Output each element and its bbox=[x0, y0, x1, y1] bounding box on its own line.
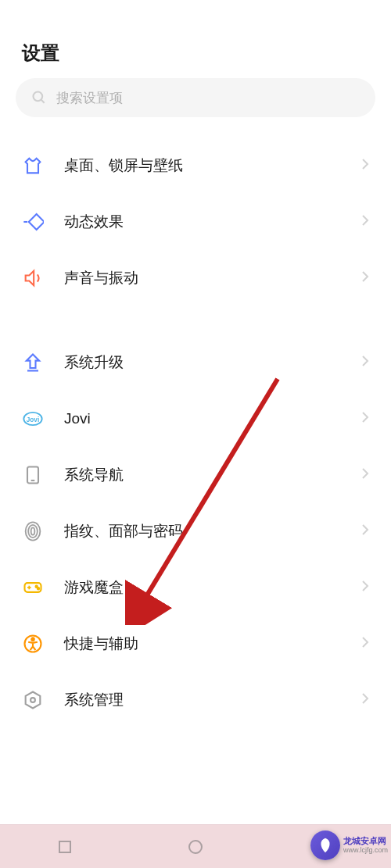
settings-item-system[interactable]: 系统管理 bbox=[0, 672, 391, 728]
settings-item-gamebox[interactable]: 游戏魔盒 bbox=[0, 559, 391, 616]
svg-rect-3 bbox=[29, 214, 44, 230]
search-placeholder: 搜索设置项 bbox=[56, 89, 123, 107]
item-label: 系统管理 bbox=[64, 690, 361, 710]
watermark: 龙城安卓网 www.lcjfg.com bbox=[310, 830, 388, 860]
gamebox-icon bbox=[22, 577, 44, 598]
settings-item-jovi[interactable]: Jovi Jovi bbox=[0, 391, 391, 447]
page-title: 设置 bbox=[0, 31, 391, 78]
settings-item-sound[interactable]: 声音与振动 bbox=[0, 250, 391, 306]
search-icon bbox=[31, 90, 47, 105]
search-input[interactable]: 搜索设置项 bbox=[16, 78, 375, 117]
chevron-right-icon bbox=[361, 523, 369, 539]
accessibility-icon bbox=[22, 633, 44, 655]
item-label: Jovi bbox=[64, 410, 361, 427]
item-label: 系统导航 bbox=[64, 465, 361, 485]
chevron-right-icon bbox=[361, 692, 369, 708]
watermark-badge-icon bbox=[310, 830, 340, 860]
sound-icon bbox=[22, 267, 44, 289]
jovi-icon: Jovi bbox=[22, 408, 44, 430]
svg-point-20 bbox=[30, 698, 35, 702]
chevron-right-icon bbox=[361, 214, 369, 230]
svg-point-18 bbox=[31, 638, 34, 641]
chevron-right-icon bbox=[361, 355, 369, 370]
settings-item-desktop[interactable]: 桌面、锁屏与壁纸 bbox=[0, 138, 391, 194]
chevron-right-icon bbox=[361, 580, 369, 595]
navigation-icon bbox=[22, 464, 44, 486]
settings-item-animation[interactable]: 动态效果 bbox=[0, 194, 391, 250]
chevron-right-icon bbox=[361, 411, 369, 427]
upgrade-icon bbox=[22, 352, 44, 373]
svg-point-24 bbox=[189, 841, 202, 853]
chevron-right-icon bbox=[361, 636, 369, 652]
item-label: 声音与振动 bbox=[64, 268, 361, 288]
item-label: 指纹、面部与密码 bbox=[64, 521, 361, 541]
item-label: 游戏魔盒 bbox=[64, 577, 361, 598]
svg-point-10 bbox=[28, 525, 38, 538]
chevron-right-icon bbox=[361, 270, 369, 286]
settings-item-accessibility[interactable]: 快捷与辅助 bbox=[0, 616, 391, 672]
settings-item-navigation[interactable]: 系统导航 bbox=[0, 447, 391, 503]
settings-list: 桌面、锁屏与壁纸 动态效果 bbox=[0, 131, 391, 756]
svg-text:Jovi: Jovi bbox=[27, 416, 39, 423]
settings-item-fingerprint[interactable]: 指纹、面部与密码 bbox=[0, 503, 391, 559]
item-label: 快捷与辅助 bbox=[64, 634, 361, 654]
svg-point-16 bbox=[38, 588, 39, 589]
recent-apps-button[interactable] bbox=[56, 838, 74, 856]
item-label: 系统升级 bbox=[64, 352, 361, 373]
settings-item-upgrade[interactable]: 系统升级 bbox=[0, 334, 391, 391]
shirt-icon bbox=[22, 155, 44, 177]
watermark-name: 龙城安卓网 bbox=[343, 836, 388, 846]
animation-icon bbox=[22, 211, 44, 233]
chevron-right-icon bbox=[361, 158, 369, 173]
svg-point-11 bbox=[31, 527, 35, 534]
item-label: 动态效果 bbox=[64, 212, 361, 232]
system-icon bbox=[22, 689, 44, 711]
svg-rect-23 bbox=[59, 841, 70, 852]
chevron-right-icon bbox=[361, 467, 369, 483]
fingerprint-icon bbox=[22, 520, 44, 542]
svg-point-0 bbox=[34, 92, 43, 102]
watermark-url: www.lcjfg.com bbox=[343, 846, 388, 855]
item-label: 桌面、锁屏与壁纸 bbox=[64, 155, 361, 176]
home-button[interactable] bbox=[186, 838, 205, 856]
svg-marker-19 bbox=[26, 692, 41, 709]
svg-line-1 bbox=[41, 100, 45, 103]
